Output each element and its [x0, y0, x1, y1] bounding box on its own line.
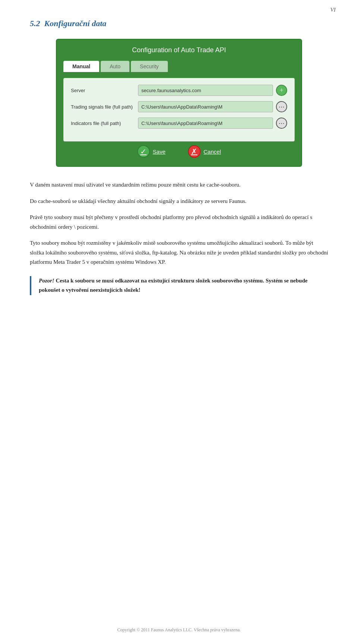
page-footer: Copyright © 2011 Faunus Analytics LLC. V…	[0, 627, 358, 633]
cancel-button[interactable]: ✗ Cancel	[188, 145, 221, 158]
indicators-input-wrap: ⋯	[138, 118, 287, 129]
cancel-icon: ✗	[188, 145, 201, 158]
tab-security[interactable]: Security	[131, 61, 168, 72]
server-input-wrap: +	[138, 85, 287, 96]
label-server: Server	[71, 88, 134, 93]
form-area: Server + Trading signals file (full path…	[63, 78, 295, 141]
section-heading: 5.2 Konfigurační data	[30, 19, 328, 28]
indicators-input[interactable]	[138, 118, 273, 129]
paragraph2: Do cache-souborů se ukládají všechny akt…	[30, 197, 328, 206]
paragraph4-5: Tyto soubory mohou být rozmístěny v jaké…	[30, 238, 328, 267]
server-add-icon[interactable]: +	[276, 85, 287, 96]
quote-text: Pozor! Cesta k souboru se musí odkazovat…	[39, 276, 328, 295]
save-icon: ✓	[137, 145, 150, 158]
server-input[interactable]	[138, 85, 273, 96]
tab-bar: Manual Auto Security	[63, 61, 295, 72]
indicators-browse-icon[interactable]: ⋯	[276, 118, 287, 129]
quote-block: Pozor! Cesta k souboru se musí odkazovat…	[30, 276, 328, 295]
form-row-server: Server +	[71, 85, 287, 96]
paragraph1: V daném nastavení musí uživatel ve stand…	[30, 180, 328, 190]
paragraph4: Tyto soubory mohou být rozmístěny v jaké…	[30, 240, 284, 246]
signals-input[interactable]	[138, 101, 273, 112]
label-signals: Trading signals file (full path)	[71, 104, 134, 110]
quote-pozor: Pozor!	[39, 278, 54, 284]
save-button[interactable]: ✓ Save	[137, 145, 166, 158]
tab-manual[interactable]: Manual	[63, 61, 99, 72]
action-row: ✓ Save ✗ Cancel	[63, 145, 295, 158]
config-dialog: Configuration of Auto Trade API Manual A…	[56, 39, 302, 167]
section-title: Konfigurační data	[44, 19, 107, 28]
quote-text1: Cesta k souboru se musí odkazovat na exi…	[56, 278, 264, 284]
tab-auto[interactable]: Auto	[101, 61, 129, 72]
form-row-indicators: Indicators file (full path) ⋯	[71, 118, 287, 129]
signals-browse-icon[interactable]: ⋯	[276, 101, 287, 112]
signals-input-wrap: ⋯	[138, 101, 287, 112]
cancel-label: Cancel	[204, 149, 221, 155]
page-number: VI	[330, 7, 336, 13]
paragraph3: Právě tyto soubory musí být přečteny v p…	[30, 213, 328, 232]
label-indicators: Indicators file (full path)	[71, 121, 134, 126]
section-number: 5.2	[30, 19, 40, 28]
dialog-title: Configuration of Auto Trade API	[63, 46, 295, 54]
save-label: Save	[153, 149, 166, 155]
form-row-signals: Trading signals file (full path) ⋯	[71, 101, 287, 112]
